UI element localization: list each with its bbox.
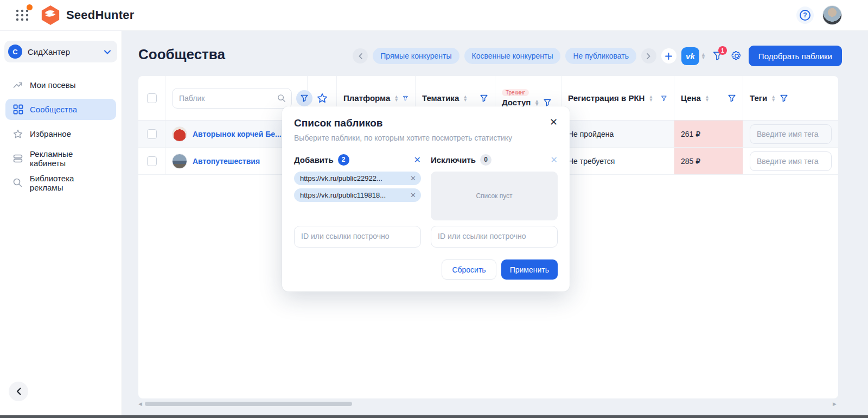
- modal-title: Список пабликов: [294, 117, 382, 129]
- platform-vk-selector[interactable]: vk ▲▼: [681, 47, 706, 65]
- page-title: Сообщества: [138, 46, 225, 63]
- bottom-edge-bar: [0, 415, 868, 418]
- public-avatar: [172, 126, 187, 142]
- workspace-name: СидХантер: [28, 47, 70, 56]
- global-filter-button[interactable]: 1: [711, 49, 725, 63]
- sidebar-item-ad-library[interactable]: Библиотека рекламы: [5, 172, 116, 193]
- funnel-icon[interactable]: [543, 98, 552, 107]
- add-tag-button[interactable]: [661, 48, 676, 64]
- public-avatar: [172, 154, 187, 169]
- sidebar-item-communities[interactable]: Сообщества: [5, 99, 116, 120]
- funnel-icon[interactable]: [780, 94, 788, 103]
- sidebar-collapse-button[interactable]: [9, 382, 28, 401]
- tracking-badge: Трекинг: [502, 89, 529, 96]
- tag-chip-direct-competitors[interactable]: Прямые конкуренты: [373, 48, 459, 64]
- apply-button[interactable]: Применить: [501, 259, 558, 280]
- exclude-count-badge: 0: [480, 154, 492, 166]
- filter-count-badge: 1: [718, 46, 727, 55]
- apps-grid-icon[interactable]: [15, 8, 29, 22]
- notification-dot: [27, 4, 33, 10]
- plus-icon: [665, 53, 672, 60]
- sort-chevrons-icon[interactable]: ▲▼: [771, 95, 776, 102]
- sidebar-item-label: Рекламные кабинеты: [30, 149, 109, 168]
- exclude-ids-input[interactable]: [431, 226, 558, 248]
- app-header: SeedHunter ?: [0, 0, 868, 31]
- seedhunter-logo-icon: [40, 5, 61, 26]
- tag-chip-do-not-publish[interactable]: Не публиковать: [565, 48, 636, 64]
- trend-icon: [12, 80, 23, 91]
- row-tags-cell: [743, 148, 838, 174]
- sort-chevrons-icon[interactable]: ▲▼: [705, 95, 710, 102]
- exclude-empty-panel: Список пуст: [431, 172, 558, 220]
- sidebar: C СидХантер Мои посевы Сообщества Избран…: [0, 31, 122, 415]
- chevron-left-icon: [359, 53, 362, 59]
- row-price-cell: 285 ₽: [674, 148, 743, 174]
- remove-url-icon[interactable]: ✕: [410, 191, 416, 199]
- search-icon: [12, 178, 23, 188]
- sort-chevrons-icon[interactable]: ▲▼: [534, 99, 539, 106]
- row-checkbox[interactable]: [147, 129, 157, 139]
- url-chip: https://vk.ru/public22922... ✕: [294, 172, 421, 185]
- add-ids-input[interactable]: [294, 226, 421, 248]
- sidebar-item-ad-cabinets[interactable]: Рекламные кабинеты: [5, 148, 116, 169]
- brand-name: SeedHunter: [66, 8, 134, 22]
- public-search-box[interactable]: [172, 88, 292, 109]
- funnel-icon[interactable]: [727, 94, 736, 103]
- row-checkbox[interactable]: [147, 156, 157, 166]
- row-price-cell: 261 ₽: [674, 121, 743, 147]
- clear-exclude-icon[interactable]: ✕: [551, 155, 558, 165]
- tags-scroll-right-button[interactable]: [641, 48, 656, 64]
- publics-list-modal: Список пабликов ✕ Выберите паблики, по к…: [282, 106, 570, 292]
- tag-chip-indirect-competitors[interactable]: Косвенные конкуренты: [464, 48, 561, 64]
- grid-dots-icon: [15, 8, 29, 22]
- sort-chevrons-icon: ▲▼: [701, 53, 706, 59]
- sort-chevrons-icon[interactable]: ▲▼: [394, 95, 399, 102]
- funnel-icon[interactable]: [480, 94, 488, 103]
- sidebar-item-my-seeds[interactable]: Мои посевы: [5, 74, 116, 96]
- top-controls: Прямые конкуренты Косвенные конкуренты Н…: [353, 46, 842, 66]
- empty-list-text: Список пуст: [476, 192, 512, 200]
- sort-chevrons-icon[interactable]: ▲▼: [463, 95, 468, 102]
- scroll-right-arrow-icon[interactable]: ▶: [833, 401, 838, 407]
- chevron-left-icon: [16, 388, 21, 395]
- tags-scroll-left-button[interactable]: [353, 48, 368, 64]
- remove-url-icon[interactable]: ✕: [410, 174, 416, 182]
- gear-icon: [731, 50, 743, 62]
- chevron-right-icon: [647, 53, 650, 59]
- select-publics-button[interactable]: Подобрать паблики: [749, 46, 842, 66]
- header-price-cell: Цена ▲▼: [674, 76, 743, 120]
- search-icon: [277, 94, 286, 103]
- scroll-left-arrow-icon[interactable]: ◀: [138, 401, 144, 407]
- public-link[interactable]: Авторынок корчей Бе...: [193, 130, 282, 138]
- modal-subtitle: Выберите паблики, по которым хотите посм…: [294, 134, 558, 142]
- header-checkbox-cell: [138, 76, 165, 120]
- add-label: Добавить: [294, 155, 334, 164]
- tag-name-input[interactable]: [750, 124, 832, 144]
- reset-button[interactable]: Сбросить: [442, 259, 496, 280]
- clear-add-icon[interactable]: ✕: [414, 155, 421, 165]
- user-avatar[interactable]: [822, 5, 842, 25]
- workspace-selector[interactable]: C СидХантер: [4, 41, 117, 62]
- workspace-avatar: C: [8, 45, 22, 59]
- horizontal-scrollbar[interactable]: ◀ ▶: [138, 401, 838, 407]
- select-all-checkbox[interactable]: [147, 93, 157, 103]
- header-rkn-cell: Регистрация в РКН ▲▼: [561, 76, 674, 120]
- add-count-badge: 2: [338, 154, 349, 166]
- funnel-icon[interactable]: [403, 94, 409, 103]
- sidebar-item-favorites[interactable]: Избранное: [5, 123, 116, 144]
- add-list: https://vk.ru/public22922... ✕ https://v…: [294, 172, 421, 220]
- sort-chevrons-icon[interactable]: ▲▼: [648, 95, 653, 102]
- public-search-input[interactable]: [179, 94, 277, 103]
- funnel-icon[interactable]: [661, 94, 667, 103]
- public-link[interactable]: Автопутешествия: [193, 157, 260, 166]
- favorite-column-icon[interactable]: [316, 92, 328, 104]
- sidebar-item-label: Мои посевы: [30, 80, 76, 90]
- help-button[interactable]: ?: [796, 7, 814, 24]
- vk-icon: vk: [681, 47, 699, 65]
- tag-name-input[interactable]: [750, 151, 832, 171]
- stack-icon: [12, 153, 23, 164]
- row-checkbox-cell: [138, 148, 165, 174]
- close-icon[interactable]: ✕: [550, 117, 558, 127]
- settings-button[interactable]: [730, 49, 744, 63]
- scrollbar-thumb[interactable]: [145, 402, 352, 406]
